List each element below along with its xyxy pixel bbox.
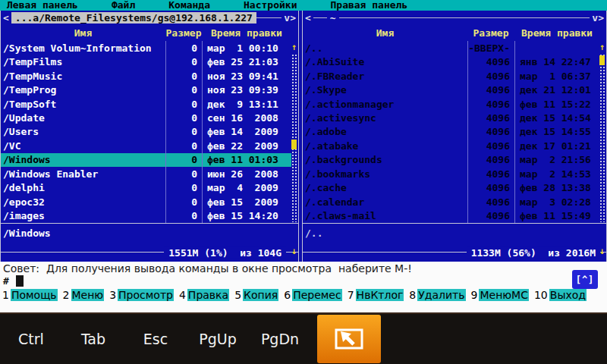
fkey-10-button[interactable]: 10Выход bbox=[533, 289, 587, 301]
menu-item-settings[interactable]: Настройки bbox=[244, 0, 297, 11]
file-name: /epoc32 bbox=[3, 196, 165, 208]
file-name: /VC bbox=[3, 140, 165, 152]
fkey-8-button[interactable]: 8Удалить bbox=[408, 289, 465, 301]
tab-key-button[interactable]: Tab bbox=[62, 331, 124, 347]
file-row[interactable]: /TempSoft0дек 9 13:11 bbox=[1, 97, 291, 111]
file-size: 4096 bbox=[467, 55, 514, 68]
file-row[interactable]: /Windows Enabler0июн 26 2008 bbox=[1, 167, 291, 180]
file-name: /.. bbox=[305, 42, 467, 54]
file-mtime: фев 25 21:03 bbox=[202, 55, 291, 68]
fkey-1-button[interactable]: 1Помощь bbox=[2, 289, 58, 301]
input-method-indicator[interactable]: [^] bbox=[572, 270, 598, 289]
column-header-mtime[interactable]: Время правки bbox=[202, 27, 291, 39]
command-line[interactable]: # bbox=[3, 275, 24, 287]
file-row[interactable]: /TempProg0ноя 23 09:39 bbox=[1, 83, 291, 96]
file-row[interactable]: /images0фев 15 14:20 bbox=[1, 209, 291, 222]
file-row[interactable]: /Users0фев 14 2009 bbox=[1, 125, 291, 139]
fkey-4-button[interactable]: 4Правка bbox=[178, 289, 229, 301]
file-mtime: мар 1 00:10 bbox=[202, 41, 291, 55]
ctrl-key-button[interactable]: Ctrl bbox=[0, 331, 62, 347]
file-name: /Windows Enabler bbox=[3, 168, 165, 180]
scroll-up-icon[interactable]: ↑ bbox=[599, 41, 605, 53]
file-row[interactable]: /VC0фев 22 2009 bbox=[1, 139, 291, 152]
menu-item-command[interactable]: Команда bbox=[168, 0, 210, 11]
left-mini-status: /Windows bbox=[1, 223, 298, 243]
file-row[interactable]: /.adobe4096дек 15 14:55 bbox=[303, 125, 599, 139]
left-panel-footer: 1551M (1%) из 104G bbox=[1, 243, 298, 262]
column-header-size[interactable]: Размер bbox=[165, 27, 202, 39]
column-header-mtime[interactable]: Время правки bbox=[514, 27, 599, 39]
fkey-number: 6 bbox=[283, 289, 292, 301]
right-panel: < ~ v> Имя Размер Время правки /..-ВВЕРХ… bbox=[302, 11, 607, 262]
file-mtime: дек 9 13:11 bbox=[202, 97, 291, 111]
file-size: 0 bbox=[165, 195, 202, 209]
file-name: /.calendar bbox=[305, 196, 467, 208]
fkey-number: 5 bbox=[234, 289, 243, 301]
file-size: 4096 bbox=[467, 111, 514, 124]
pgdn-key-button[interactable]: PgDn bbox=[249, 331, 311, 347]
fkey-7-button[interactable]: 7НвКтлог bbox=[347, 289, 404, 301]
file-row[interactable]: /.calendar4096мар 3 02:28 bbox=[303, 195, 599, 209]
file-row[interactable]: /System Volum~Information0мар 1 00:10 bbox=[1, 41, 291, 55]
file-row[interactable]: /TempFilms0фев 25 21:03 bbox=[1, 55, 291, 68]
scroll-thumb[interactable] bbox=[291, 140, 297, 149]
fkey-9-button[interactable]: 9МенюМС bbox=[470, 289, 529, 301]
file-mtime: дек 15 14:55 bbox=[514, 125, 599, 139]
column-header-size[interactable]: Размер bbox=[467, 27, 514, 39]
panel-dropdown-icon[interactable]: v> bbox=[590, 12, 606, 24]
esc-key-button[interactable]: Esc bbox=[124, 331, 187, 347]
arrow-up-left-icon bbox=[333, 325, 365, 353]
file-row[interactable]: /.actionmanager4096фев 11 15:22 bbox=[303, 97, 599, 111]
file-row[interactable]: /TempMusic0ноя 23 09:41 bbox=[1, 69, 291, 83]
file-row[interactable]: /.claws-mail4096фев 11 15:49 bbox=[303, 209, 599, 222]
file-row[interactable]: /.atabake4096дек 17 01:21 bbox=[303, 139, 599, 152]
fkey-number: 7 bbox=[347, 289, 356, 301]
panel-dropdown-icon[interactable]: v> bbox=[281, 12, 298, 24]
fkey-6-button[interactable]: 6Перемес bbox=[283, 289, 341, 301]
left-panel-title: < ...a/Remote_Filesystems/gs@192.168.1.2… bbox=[1, 11, 298, 25]
menu-item-right-panel[interactable]: Правая панель bbox=[330, 0, 407, 11]
file-row[interactable]: /delphi0мар 4 2009 bbox=[1, 181, 291, 195]
menu-item-left-panel[interactable]: Левая панель bbox=[7, 0, 78, 11]
right-mini-status: /.. bbox=[303, 223, 606, 243]
fkey-2-button[interactable]: 2Меню bbox=[62, 289, 105, 301]
file-row[interactable]: /epoc320фев 15 2009 bbox=[1, 195, 291, 209]
panel-history-back-icon[interactable]: < bbox=[1, 12, 11, 24]
windowed-mode-button[interactable] bbox=[317, 315, 381, 363]
fkey-label: НвКтлог bbox=[356, 289, 404, 301]
scroll-up-icon[interactable]: ↑ bbox=[291, 41, 297, 53]
left-scrollbar[interactable]: ↑ ↓ bbox=[291, 41, 297, 257]
fkey-label: Помощь bbox=[11, 289, 58, 301]
right-file-list: /..-ВВЕРХ-/.AbiSuite4096янв 14 22:47/.FB… bbox=[303, 41, 599, 223]
file-row[interactable]: /.bookmarks4096мар 2 14:53 bbox=[303, 167, 599, 180]
file-row[interactable]: /.FBReader4096мар 1 06:37 bbox=[303, 69, 599, 83]
file-mtime: фев 15 2009 bbox=[202, 195, 291, 209]
right-panel-path[interactable]: ~ bbox=[327, 11, 339, 25]
function-key-bar: 1Помощь2Меню3Просмотр4Правка5Копия6Перем… bbox=[2, 288, 591, 301]
file-row[interactable]: /.cache4096фев 28 13:38 bbox=[303, 181, 599, 195]
menu-item-file[interactable]: Файл bbox=[112, 0, 135, 11]
file-row[interactable]: /.backgrounds4096мар 2 21:56 bbox=[303, 153, 599, 167]
scroll-thumb[interactable] bbox=[599, 55, 605, 65]
scroll-track[interactable] bbox=[599, 54, 605, 222]
file-row[interactable]: /.Skype4096дек 21 12:01 bbox=[303, 83, 599, 96]
file-row[interactable]: /.AbiSuite4096янв 14 22:47 bbox=[303, 55, 599, 68]
file-row[interactable]: /Windows0фев 11 01:03 bbox=[1, 153, 291, 167]
right-scrollbar[interactable]: ↑ ↓ bbox=[599, 41, 605, 257]
scroll-down-icon[interactable]: ↓ bbox=[291, 245, 297, 257]
scroll-track[interactable] bbox=[291, 54, 297, 222]
scroll-down-icon[interactable]: ↓ bbox=[599, 245, 605, 257]
file-row[interactable]: /.activesync4096дек 15 14:54 bbox=[303, 111, 599, 124]
column-header-name[interactable]: Имя bbox=[1, 27, 165, 39]
fkey-5-button[interactable]: 5Копия bbox=[234, 289, 278, 301]
fkey-3-button[interactable]: 3Просмотр bbox=[109, 289, 174, 301]
file-size: 4096 bbox=[467, 97, 514, 111]
left-panel-path[interactable]: ...a/Remote_Filesystems/gs@192.168.1.227 bbox=[11, 12, 256, 24]
pgup-key-button[interactable]: PgUp bbox=[187, 331, 249, 347]
column-header-name[interactable]: Имя bbox=[303, 27, 467, 39]
file-mtime: мар 1 06:37 bbox=[514, 69, 599, 83]
file-row[interactable]: /Update0сен 16 2008 bbox=[1, 111, 291, 124]
file-row[interactable]: /..-ВВЕРХ- bbox=[303, 41, 599, 55]
file-size: 4096 bbox=[467, 139, 514, 152]
panel-history-back-icon[interactable]: < bbox=[303, 12, 313, 24]
